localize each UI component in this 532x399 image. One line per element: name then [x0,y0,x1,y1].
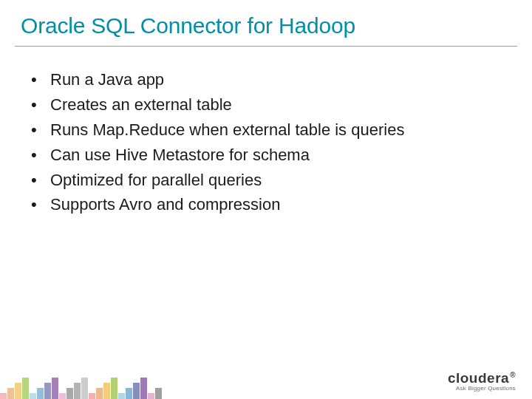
brand-text: cloudera [448,370,509,386]
brand-tagline: Ask Bigger Questions [456,385,516,392]
footer-pattern-icon [0,369,163,399]
registered-mark-icon: ® [510,371,516,379]
slide: Oracle SQL Connector for Hadoop Run a Ja… [0,0,532,399]
footer: cloudera® Ask Bigger Questions [0,364,532,399]
list-item: Can use Hive Metastore for schema [30,143,502,167]
brand-name: cloudera® [448,370,516,386]
list-item: Creates an external table [30,93,502,117]
list-item: Runs Map.Reduce when external table is q… [30,118,502,142]
list-item: Optimized for parallel queries [30,168,502,192]
list-item: Run a Java app [30,68,502,92]
slide-title: Oracle SQL Connector for Hadoop [21,13,511,38]
title-divider [15,46,517,47]
list-item: Supports Avro and compression [30,193,502,216]
bullet-list: Run a Java app Creates an external table… [30,68,502,216]
content-area: Run a Java app Creates an external table… [30,68,502,218]
footer-logo: cloudera® Ask Bigger Questions [448,370,516,392]
